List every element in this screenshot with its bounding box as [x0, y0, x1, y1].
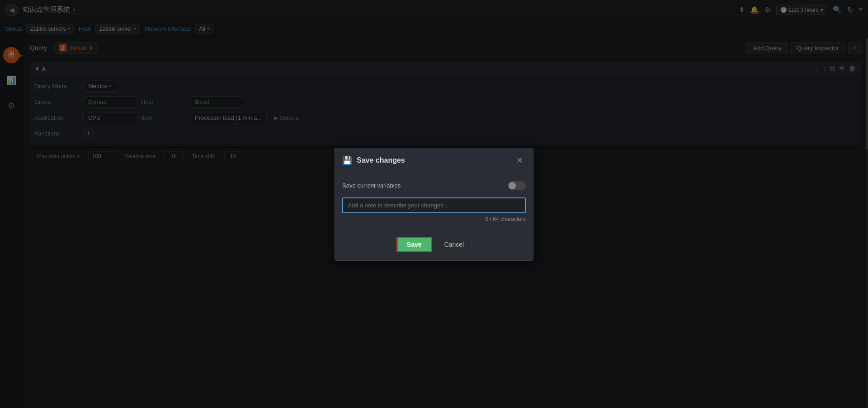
- save-changes-modal: 💾 Save changes ✕ Save current variables …: [335, 148, 533, 261]
- modal-overlay: 💾 Save changes ✕ Save current variables …: [0, 0, 868, 408]
- cancel-button[interactable]: Cancel: [437, 238, 472, 251]
- save-variables-toggle[interactable]: [508, 181, 526, 190]
- toggle-row: Save current variables: [342, 181, 526, 190]
- save-button[interactable]: Save: [396, 237, 432, 252]
- modal-title: Save changes: [357, 156, 514, 164]
- save-icon: 💾: [342, 155, 352, 165]
- modal-body: Save current variables 0 / 64 characters: [335, 173, 533, 237]
- toggle-knob: [509, 182, 516, 189]
- toggle-label: Save current variables: [342, 182, 508, 189]
- modal-header: 💾 Save changes ✕: [335, 148, 533, 173]
- modal-close-button[interactable]: ✕: [514, 155, 526, 166]
- note-input[interactable]: [342, 197, 526, 213]
- note-character-count: 0 / 64 characters: [342, 216, 526, 222]
- modal-footer: Save Cancel: [335, 237, 533, 260]
